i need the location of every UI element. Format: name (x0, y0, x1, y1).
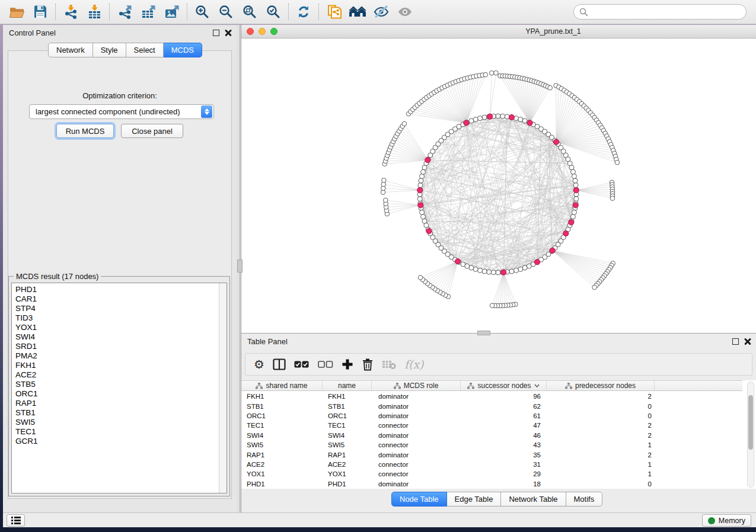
graph-node[interactable] (592, 285, 597, 290)
table-cell[interactable]: SWI4 (323, 432, 372, 439)
graph-node[interactable] (496, 270, 500, 275)
graph-hub-node[interactable] (425, 158, 430, 163)
graph-node[interactable] (570, 169, 575, 174)
graph-hub-node[interactable] (509, 114, 514, 120)
table-cell[interactable]: ORC1 (241, 412, 323, 419)
table-cell[interactable]: 2 (547, 432, 655, 439)
column-header-mcds-role[interactable]: MCDS role (372, 381, 461, 390)
network-window-titlebar[interactable]: YPA_prune.txt_1 (241, 25, 756, 39)
table-cell[interactable]: YOX1 (323, 470, 372, 477)
export-image-icon[interactable] (160, 2, 184, 22)
mcds-result-item[interactable]: STB1 (12, 408, 227, 418)
tab-mcds[interactable]: MCDS (164, 43, 202, 57)
deselect-all-checkboxes-icon[interactable] (318, 356, 333, 373)
table-cell[interactable]: 43 (461, 441, 547, 448)
table-cell[interactable]: 18 (461, 480, 547, 488)
table-cell[interactable]: 61 (461, 412, 547, 419)
mcds-result-item[interactable]: STP4 (12, 304, 227, 313)
table-cell[interactable]: YOX1 (241, 470, 323, 477)
graph-node[interactable] (491, 270, 496, 275)
criterion-dropdown[interactable]: largest connected component (undirected) (29, 104, 214, 119)
duplicate-network-icon[interactable] (322, 2, 346, 22)
graph-hub-node[interactable] (569, 220, 574, 225)
run-mcds-button[interactable]: Run MCDS (56, 124, 114, 138)
table-row[interactable]: SWI5SWI5connector431 (241, 440, 742, 450)
graph-node[interactable] (478, 116, 483, 121)
graph-hub-node[interactable] (550, 248, 555, 253)
table-row[interactable]: RAP1RAP1dominator352 (241, 450, 742, 459)
graph-node[interactable] (383, 198, 388, 203)
graph-node[interactable] (483, 72, 488, 77)
graph-node[interactable] (518, 267, 523, 271)
graph-node[interactable] (478, 268, 483, 273)
horizontal-splitter-handle[interactable] (477, 331, 490, 335)
mcds-result-item[interactable]: PHD1 (12, 285, 227, 294)
table-row[interactable]: YOX1YOX1connector291 (241, 469, 742, 479)
table-cell[interactable]: 47 (461, 422, 547, 429)
delete-table-icon[interactable] (382, 356, 396, 373)
graph-node[interactable] (490, 303, 495, 308)
column-header-successor-nodes[interactable]: successor nodes (461, 381, 547, 390)
table-cell[interactable]: dominator (372, 412, 461, 419)
mcds-result-item[interactable]: SWI5 (12, 418, 227, 427)
table-cell[interactable]: 96 (461, 393, 547, 400)
graph-hub-node[interactable] (501, 270, 506, 275)
tab-edge-table[interactable]: Edge Table (447, 492, 502, 507)
mcds-result-item[interactable]: PMA2 (12, 351, 227, 361)
table-cell[interactable]: 35 (461, 451, 547, 459)
table-cell[interactable]: 1 (547, 470, 655, 477)
table-cell[interactable]: connector (372, 470, 461, 477)
table-row[interactable]: TEC1TEC1connector472 (241, 421, 742, 430)
mcds-result-item[interactable]: GCR1 (12, 437, 227, 446)
add-column-icon[interactable] (342, 356, 353, 373)
mcds-result-item[interactable]: TEC1 (12, 427, 227, 437)
table-cell[interactable]: SWI5 (323, 441, 372, 448)
mcds-result-item[interactable]: FKH1 (12, 361, 227, 370)
mcds-result-item[interactable]: RAP1 (12, 399, 227, 408)
graph-node[interactable] (494, 70, 499, 75)
graph-hub-node[interactable] (563, 230, 569, 236)
table-cell[interactable]: ACE2 (323, 461, 372, 468)
table-scrollbar[interactable] (747, 382, 754, 488)
table-cell[interactable]: 2 (547, 451, 655, 459)
table-cell[interactable]: 2 (547, 422, 655, 429)
export-network-icon[interactable] (113, 2, 136, 22)
table-row[interactable]: PHD1PHD1dominator180 (241, 479, 742, 489)
graph-hub-node[interactable] (426, 228, 432, 233)
tab-motifs[interactable]: Motifs (566, 492, 603, 507)
import-network-icon[interactable] (59, 2, 82, 22)
mcds-result-item[interactable]: STB5 (12, 380, 227, 389)
graph-node[interactable] (513, 268, 518, 273)
window-minimize-icon[interactable] (259, 28, 266, 35)
graph-node[interactable] (500, 114, 505, 118)
column-header-predecessor-nodes[interactable]: predecessor nodes (547, 381, 655, 390)
tab-style[interactable]: Style (93, 43, 126, 57)
graph-node[interactable] (473, 267, 478, 271)
float-panel-icon[interactable] (213, 30, 219, 36)
graph-node[interactable] (402, 121, 407, 126)
table-cell[interactable]: 2 (547, 393, 655, 400)
graph-node[interactable] (421, 169, 426, 174)
graph-node[interactable] (572, 210, 576, 214)
window-maximize-icon[interactable] (270, 28, 277, 35)
graph-node[interactable] (573, 178, 578, 183)
graph-node[interactable] (522, 265, 527, 270)
tab-network[interactable]: Network (48, 43, 93, 57)
table-cell[interactable]: RAP1 (323, 451, 372, 459)
mcds-result-item[interactable]: ORC1 (12, 389, 227, 399)
toggle-panel-columns-icon[interactable] (273, 356, 286, 373)
table-cell[interactable]: ACE2 (241, 461, 323, 468)
graph-node[interactable] (482, 269, 487, 274)
graph-hub-node[interactable] (464, 120, 469, 126)
table-cell[interactable]: FKH1 (241, 393, 323, 400)
mcds-result-item[interactable]: SRD1 (12, 342, 227, 351)
graph-node[interactable] (518, 117, 523, 122)
graph-node[interactable] (570, 214, 575, 219)
export-table-icon[interactable] (136, 2, 160, 22)
table-cell[interactable]: ORC1 (323, 412, 372, 419)
graph-hub-node[interactable] (527, 120, 532, 126)
close-panel-button[interactable]: Close panel (121, 124, 183, 138)
graph-node[interactable] (548, 85, 553, 90)
network-canvas[interactable] (241, 39, 756, 334)
delete-columns-icon[interactable] (362, 356, 374, 373)
